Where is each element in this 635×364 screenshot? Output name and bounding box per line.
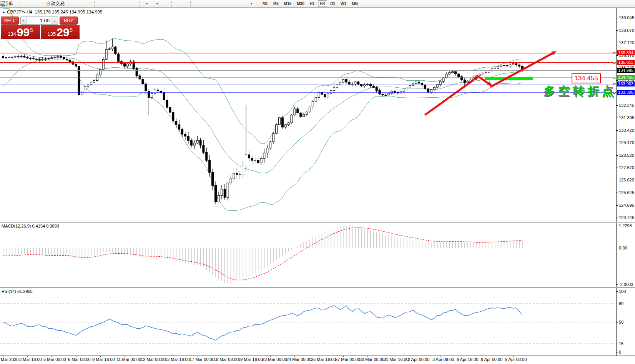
time-axis-label: 19 Mar 16:00 [238, 357, 263, 362]
macd-axis-label: 0.00 [619, 246, 627, 250]
text-icon[interactable]: A [231, 0, 238, 7]
vertical-line-icon[interactable] [192, 0, 200, 7]
price-tag: 135.611 [617, 60, 635, 65]
autotrading-button[interactable]: 自动交易 [45, 0, 66, 7]
chat-icon[interactable] [623, 0, 631, 7]
rsi-chart-canvas[interactable] [0, 288, 635, 356]
buy-price-pips: 29 [57, 27, 69, 38]
templates-icon[interactable] [162, 0, 170, 7]
toolbar-separator [121, 1, 121, 7]
rsi-axis-label: 0 [619, 350, 621, 354]
arrows-icon[interactable]: ▼ [246, 0, 256, 7]
expert-advisor-icon[interactable] [29, 0, 37, 7]
tab-timeframe-h4[interactable]: H4 [318, 0, 327, 7]
price-axis-label: 124.695 [619, 203, 634, 208]
time-axis-label: 2 Apr 00:00 [408, 357, 429, 362]
time-axis-label: 13 Mar 16:00 [165, 357, 190, 362]
periods-icon[interactable]: ▼ [152, 0, 162, 7]
line-chart-icon[interactable] [85, 0, 93, 7]
chart-note-text[interactable]: 多空转折点 [544, 83, 617, 99]
signals-icon[interactable] [37, 0, 45, 7]
price-tag: 133.963 [617, 81, 635, 86]
time-axis-label: 9 Mar 16:00 [92, 357, 115, 362]
time-axis-label: 3 Mar 16:00 [19, 357, 42, 362]
time-axis-label: Mar 2020 [1, 357, 18, 362]
macd-main-value: 0.4154 [32, 224, 45, 228]
buy-button[interactable]: BUY [60, 17, 78, 25]
time-axis-label: 5 Mar 00:00 [43, 357, 66, 362]
chart-shift-icon[interactable] [130, 0, 138, 7]
toolbar-separator [20, 1, 20, 7]
tab-timeframe-d1[interactable]: D1 [328, 0, 337, 7]
price-tag: 133.306 [617, 90, 635, 95]
tile-windows-icon[interactable] [111, 0, 119, 7]
price-axis-label: 137.120 [619, 40, 634, 45]
tab-timeframe-w1[interactable]: W1 [338, 0, 349, 7]
price-axis-label: 139.045 [619, 15, 634, 20]
price-tag: 134.995 [617, 68, 635, 73]
candlestick-chart-icon[interactable] [77, 0, 85, 7]
price-callout-label[interactable]: 134.455 [572, 73, 601, 83]
volume-increase-button[interactable]: ▲ [52, 17, 58, 24]
pane-separator[interactable] [0, 287, 635, 288]
macd-axis-label: 1.2293 [619, 223, 632, 228]
fibonacci-icon[interactable]: F [223, 0, 231, 7]
volume-decrease-button[interactable]: ▼ [21, 17, 27, 24]
volume-input[interactable]: 1.00 [27, 17, 52, 24]
price-axis-label: 132.345 [619, 103, 634, 108]
price-tag-anchor [613, 77, 615, 79]
toolbar-separator [171, 1, 172, 7]
tab-timeframe-m30[interactable]: M30 [294, 0, 306, 7]
bar-chart-icon[interactable] [70, 0, 77, 7]
price-axis-border [616, 8, 617, 356]
rsi-axis-label: 100 [619, 289, 626, 294]
price-axis-label: 138.070 [619, 28, 634, 33]
time-axis-label: 24 Mar 08:00 [286, 357, 311, 362]
volume-stepper: ▼ 1.00 ▲ [20, 17, 58, 25]
sell-button[interactable]: SELL [1, 17, 19, 25]
rsi-value: 61.2905 [17, 289, 33, 294]
time-axis-label: 6 Mar 08:00 [68, 357, 91, 362]
macd-axis-label: -2.0003 [619, 282, 633, 287]
symbol-name: GBPJPY-,H4 [7, 10, 32, 14]
price-tag-anchor [613, 52, 615, 54]
crosshair-icon[interactable] [181, 0, 189, 7]
horizontal-line-icon[interactable] [200, 0, 208, 7]
toolbar-separator [140, 1, 140, 7]
toolbar-separator [190, 1, 191, 7]
collapse-arrow-icon[interactable]: ▲ [2, 10, 5, 14]
pane-separator[interactable] [0, 222, 635, 223]
buy-price-display[interactable]: 135295 [41, 25, 80, 39]
symbol-header: ▲GBPJPY-,H4 135.178 135.245 134.995 134.… [2, 10, 102, 14]
search-icon[interactable] [615, 0, 623, 7]
cursor-icon[interactable] [173, 0, 181, 7]
tab-timeframe-mn[interactable]: MN [349, 0, 360, 7]
symbol-ohlc: 135.178 135.245 134.995 134.995 [35, 10, 102, 14]
zoom-out-icon[interactable] [104, 0, 111, 7]
zoom-in-icon[interactable] [96, 0, 104, 7]
text-label-icon[interactable]: T [238, 0, 246, 7]
macd-title: MACD(12,26,9) 0.4154 0.3893 [2, 224, 59, 228]
auto-scroll-icon[interactable] [123, 0, 130, 7]
time-axis-label: 17 Mar 00:00 [190, 357, 214, 362]
toolbar-separator [94, 1, 95, 7]
indicators-icon[interactable]: ▼ [141, 0, 152, 7]
time-axis-label: 27 Mar 00:00 [335, 357, 360, 362]
time-axis-label: 8 Apr 00:00 [481, 357, 502, 362]
rsi-axis-label: 15 [619, 341, 623, 346]
time-axis-label: 9 Apr 08:00 [505, 357, 527, 362]
price-axis-label: 125.645 [619, 190, 634, 195]
macd-signal-value: 0.3893 [46, 224, 59, 228]
tab-timeframe-h1[interactable]: H1 [308, 0, 317, 7]
main-chart-canvas[interactable] [0, 8, 635, 222]
tab-timeframe-m5[interactable]: M5 [271, 0, 281, 7]
tab-timeframe-m15[interactable]: M15 [282, 0, 294, 7]
price-tag-anchor [613, 62, 615, 64]
ticket-icon[interactable] [22, 0, 29, 7]
macd-chart-canvas[interactable] [0, 223, 635, 287]
sell-price-display[interactable]: 134995 [1, 25, 40, 39]
rsi-title: RSI(14) 61.2905 [2, 289, 33, 294]
equidistant-channel-icon[interactable]: E [215, 0, 223, 7]
trendline-icon[interactable] [208, 0, 215, 7]
tab-timeframe-m1[interactable]: M1 [260, 0, 270, 7]
